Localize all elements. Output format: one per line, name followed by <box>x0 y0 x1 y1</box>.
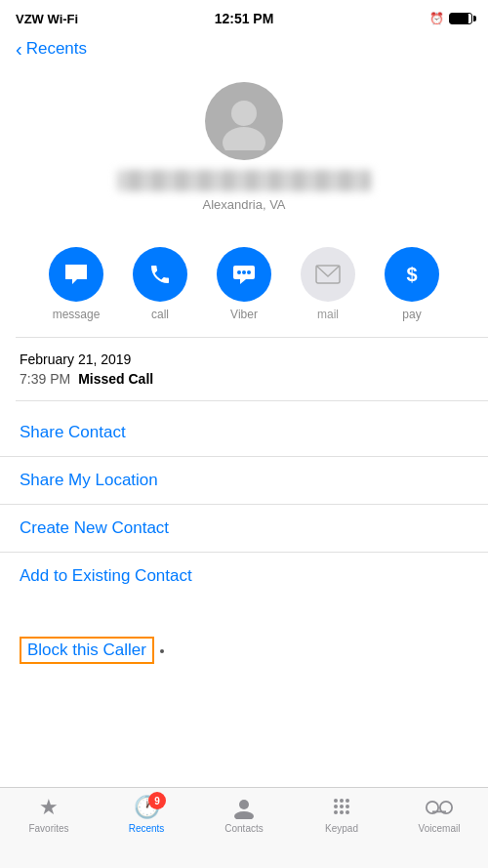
contact-name-blurred <box>117 170 371 191</box>
tab-contacts[interactable]: Contacts <box>195 796 293 834</box>
carrier: VZW Wi-Fi <box>16 12 78 26</box>
message-button[interactable] <box>49 247 103 302</box>
svg-point-13 <box>334 805 338 808</box>
tab-bar: ★ Favorites 🕐 9 Recents Contacts <box>0 787 488 868</box>
viber-button[interactable] <box>217 247 271 302</box>
avatar <box>205 82 283 160</box>
alarm-icon: ⏰ <box>429 12 444 25</box>
chevron-left-icon: ‹ <box>16 39 22 59</box>
svg-point-6 <box>247 270 251 274</box>
action-buttons: message call Viber mail <box>0 239 488 337</box>
tab-voicemail[interactable]: Voicemail <box>390 796 488 834</box>
battery-icon <box>449 13 472 24</box>
back-button[interactable]: ‹ Recents <box>16 39 87 59</box>
pay-label: pay <box>402 308 421 321</box>
create-contact-item[interactable]: Create New Contact <box>0 505 488 553</box>
share-location-item[interactable]: Share My Location <box>0 457 488 505</box>
clock: 12:51 PM <box>215 11 274 26</box>
mail-button[interactable] <box>301 247 355 302</box>
mail-label: mail <box>317 308 339 321</box>
svg-point-10 <box>334 799 338 803</box>
favorites-icon: ★ <box>35 796 62 819</box>
svg-point-12 <box>346 799 349 803</box>
svg-point-1 <box>223 127 265 150</box>
call-action[interactable]: call <box>133 247 187 321</box>
menu-section: Share Contact Share My Location Create N… <box>0 409 488 599</box>
svg-point-0 <box>231 101 257 126</box>
block-caller-button[interactable]: Block this Caller <box>20 637 154 664</box>
block-caller-section: Block this Caller <box>0 623 488 678</box>
viber-action[interactable]: Viber <box>217 247 271 321</box>
keypad-icon <box>328 796 355 819</box>
svg-rect-21 <box>432 811 446 813</box>
svg-point-5 <box>242 270 246 274</box>
call-info: February 21, 2019 7:39 PM Missed Call <box>0 338 488 400</box>
call-label: call <box>151 308 169 321</box>
viber-label: Viber <box>230 308 258 321</box>
tab-favorites[interactable]: ★ Favorites <box>0 796 98 834</box>
contact-section: Alexandria, VA <box>0 66 488 239</box>
svg-point-8 <box>239 800 249 809</box>
svg-point-18 <box>346 810 349 814</box>
message-label: message <box>53 308 101 321</box>
recents-label: Recents <box>129 823 165 834</box>
svg-point-17 <box>340 810 344 814</box>
svg-point-4 <box>237 270 241 274</box>
voicemail-icon <box>426 796 453 819</box>
mail-action[interactable]: mail <box>301 247 355 321</box>
voicemail-label: Voicemail <box>419 823 461 834</box>
contacts-icon <box>230 796 258 819</box>
svg-point-16 <box>334 810 338 814</box>
divider-middle <box>16 400 488 401</box>
svg-point-15 <box>346 805 349 808</box>
svg-point-14 <box>340 805 344 808</box>
block-dot <box>160 649 164 653</box>
call-date: February 21, 2019 <box>20 351 468 367</box>
call-time-row: 7:39 PM Missed Call <box>20 371 468 387</box>
contacts-label: Contacts <box>224 823 263 834</box>
message-action[interactable]: message <box>49 247 103 321</box>
pay-button[interactable]: $ <box>385 247 439 302</box>
contact-location: Alexandria, VA <box>202 197 285 212</box>
svg-point-9 <box>234 811 254 819</box>
svg-marker-3 <box>240 279 246 284</box>
add-existing-item[interactable]: Add to Existing Contact <box>0 553 488 599</box>
recents-icon: 🕐 9 <box>133 796 160 819</box>
call-status: Missed Call <box>78 371 153 387</box>
tab-recents[interactable]: 🕐 9 Recents <box>98 796 195 834</box>
status-icons: ⏰ <box>429 12 472 25</box>
favorites-label: Favorites <box>28 823 68 834</box>
keypad-label: Keypad <box>325 823 358 834</box>
status-bar: VZW Wi-Fi 12:51 PM ⏰ <box>0 0 488 35</box>
call-time: 7:39 PM <box>20 371 70 387</box>
share-contact-item[interactable]: Share Contact <box>0 409 488 457</box>
back-label: Recents <box>26 39 87 59</box>
call-button[interactable] <box>133 247 187 302</box>
tab-keypad[interactable]: Keypad <box>293 796 390 834</box>
pay-action[interactable]: $ pay <box>385 247 439 321</box>
nav-bar: ‹ Recents <box>0 35 488 66</box>
recents-badge: 9 <box>148 792 166 809</box>
svg-point-11 <box>340 799 344 803</box>
